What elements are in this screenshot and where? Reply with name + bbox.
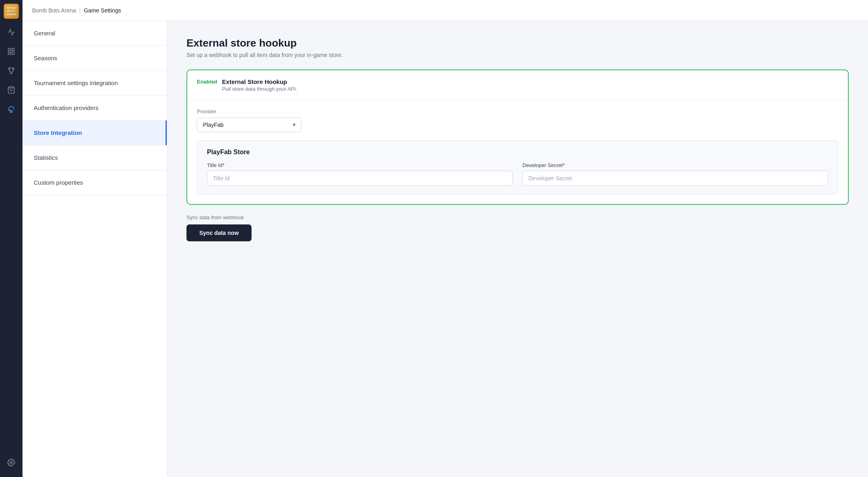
svg-rect-0 <box>8 49 11 51</box>
hookup-card: Enabled External Store Hookup Pull store… <box>186 69 849 205</box>
sidebar: General Seasons Tournament settings inte… <box>23 21 167 477</box>
sub-card-title: PlayFab Store <box>207 149 828 156</box>
sync-section: Sync data from webhook Sync data now <box>186 214 849 241</box>
topbar: Bomb Bots Arena | Game Settings <box>23 0 868 21</box>
dev-secret-field: Developer Secret* <box>522 162 828 186</box>
nav-trophy-icon[interactable] <box>2 62 20 80</box>
form-row: Title Id* Developer Secret* <box>207 162 828 186</box>
provider-section: Provider PlayFab Steam Epic Games ▼ <box>187 100 848 132</box>
nav-paintbrush-icon[interactable] <box>2 100 20 118</box>
sidebar-item-seasons[interactable]: Seasons <box>23 46 167 71</box>
breadcrumb-current: Game Settings <box>84 7 121 14</box>
playfab-sub-card: PlayFab Store Title Id* Developer Secret… <box>197 140 838 194</box>
sidebar-item-auth[interactable]: Authentication providers <box>23 96 167 120</box>
card-header-text: External Store Hookup Pull store data th… <box>222 78 297 92</box>
app-logo: BOMB BOTS ARENA <box>0 0 23 22</box>
svg-point-6 <box>10 462 12 464</box>
provider-label: Provider <box>197 108 838 114</box>
sidebar-item-statistics[interactable]: Statistics <box>23 145 167 170</box>
nav-settings-icon[interactable] <box>2 454 20 471</box>
title-id-field: Title Id* <box>207 162 513 186</box>
dev-secret-label: Developer Secret* <box>522 162 828 168</box>
hookup-title: External Store Hookup <box>222 78 297 85</box>
svg-rect-1 <box>12 49 14 51</box>
breadcrumb: Bomb Bots Arena | Game Settings <box>32 7 121 14</box>
breadcrumb-app: Bomb Bots Arena <box>32 7 76 14</box>
page-title: External store hookup <box>186 37 849 49</box>
nav-grid-icon[interactable] <box>2 43 20 60</box>
enabled-badge: Enabled <box>197 79 217 85</box>
provider-select-wrapper: PlayFab Steam Epic Games ▼ <box>197 118 301 132</box>
hookup-desc: Pull store data through your API. <box>222 86 297 92</box>
svg-rect-3 <box>8 52 11 55</box>
nav-bottom <box>2 453 20 477</box>
logo-box: BOMB BOTS ARENA <box>4 4 19 19</box>
sidebar-item-general[interactable]: General <box>23 21 167 46</box>
dev-secret-input[interactable] <box>522 171 828 186</box>
nav-analytics-icon[interactable] <box>2 23 20 41</box>
content-area: General Seasons Tournament settings inte… <box>23 21 868 477</box>
title-id-label: Title Id* <box>207 162 513 168</box>
title-id-input[interactable] <box>207 171 513 186</box>
breadcrumb-separator: | <box>79 7 81 14</box>
page-subtitle: Set up a webhook to pull all item data f… <box>186 52 849 58</box>
nav-rail: BOMB BOTS ARENA <box>0 0 23 477</box>
sidebar-item-custom-props[interactable]: Custom properties <box>23 170 167 195</box>
sidebar-item-tournament[interactable]: Tournament settings integration <box>23 71 167 96</box>
provider-select[interactable]: PlayFab Steam Epic Games <box>197 118 301 132</box>
main-panel: External store hookup Set up a webhook t… <box>167 21 868 477</box>
sidebar-item-store[interactable]: Store Integration <box>23 120 167 145</box>
svg-rect-2 <box>12 52 14 55</box>
sync-label: Sync data from webhook <box>186 214 849 220</box>
card-header: Enabled External Store Hookup Pull store… <box>187 70 848 100</box>
sync-button[interactable]: Sync data now <box>186 224 252 241</box>
app-content: Bomb Bots Arena | Game Settings General … <box>23 0 868 477</box>
nav-store-icon[interactable] <box>2 81 20 99</box>
